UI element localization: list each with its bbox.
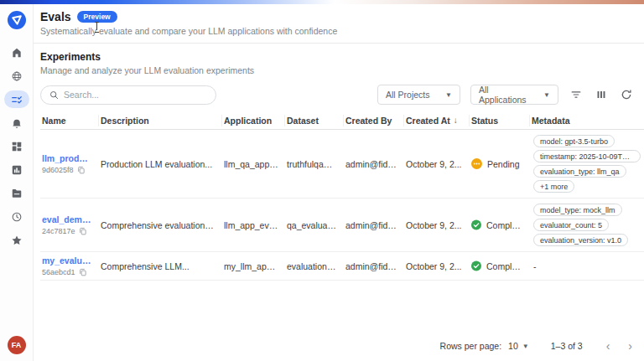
pending-status-icon xyxy=(471,158,482,169)
cell-name: eval_demo:2...24c7817e xyxy=(40,211,99,239)
table-row: llm_producti...9d6025f8Production LLM ev… xyxy=(40,130,644,199)
sidebar-item-bell[interactable] xyxy=(4,114,29,132)
copy-id-button[interactable] xyxy=(79,268,87,276)
cell-metadata: model: gpt-3.5-turbotimestamp: 2025-10-0… xyxy=(530,130,644,198)
column-header-dataset[interactable]: Dataset xyxy=(285,115,344,126)
cell-created-at: October 9, 2... xyxy=(404,258,470,275)
main-area: Evals Preview Systematically evaluate an… xyxy=(34,4,644,361)
experiment-name-link[interactable]: llm_producti... xyxy=(42,153,92,163)
folder-icon xyxy=(11,188,23,199)
applications-filter-select[interactable]: All Applications ▼ xyxy=(470,85,558,105)
metadata-chip: evaluation_type: llm_qa xyxy=(533,165,626,178)
bell-icon xyxy=(11,117,23,129)
chart-icon xyxy=(11,164,23,176)
table-header-row: NameDescriptionApplicationDatasetCreated… xyxy=(40,111,644,130)
table-row: eval_demo:2...24c7817eComprehensive eval… xyxy=(40,199,644,252)
sidebar-item-star[interactable] xyxy=(4,231,29,249)
search-input[interactable] xyxy=(64,90,207,100)
cell-created-by: admin@fiddl... xyxy=(344,156,404,173)
cell-description: Comprehensive evaluation o... xyxy=(99,217,222,234)
cell-metadata: model_type: mock_llmevaluator_count: 5ev… xyxy=(530,199,644,251)
experiment-id: 24c7817e xyxy=(42,227,75,235)
sidebar-nav xyxy=(4,44,29,249)
cell-application: my_llm_app_01 xyxy=(222,258,285,275)
user-avatar[interactable]: FA xyxy=(8,336,26,354)
cell-application: llm_app_eval... xyxy=(222,217,285,234)
cell-dataset: truthfulqa_e... xyxy=(285,156,344,173)
applications-filter-value: All Applications xyxy=(479,85,532,105)
experiment-id: 56aebcd1 xyxy=(42,268,75,276)
sidebar-item-evals[interactable] xyxy=(4,90,29,108)
columns-icon xyxy=(595,89,607,101)
cell-status: Complet... xyxy=(470,257,530,275)
experiment-name-link[interactable]: my_evaluati... xyxy=(42,255,92,266)
search-box[interactable] xyxy=(40,85,216,105)
cell-dataset: qa_evaluatio... xyxy=(285,217,344,234)
section-subtitle: Manage and analyze your LLM evaluation e… xyxy=(40,65,644,75)
column-header-created-at[interactable]: Created At↓ xyxy=(404,115,470,126)
sidebar-item-home[interactable] xyxy=(4,44,29,61)
projects-filter-select[interactable]: All Projects ▼ xyxy=(377,85,460,105)
metadata-chip: timestamp: 2025-10-09T00:3... xyxy=(533,150,641,162)
previous-page-button[interactable]: ‹ xyxy=(606,340,610,352)
table-row: my_evaluati...56aebcd1Comprehensive LLM.… xyxy=(40,252,644,281)
fiddler-logo[interactable] xyxy=(7,10,27,30)
cell-status: Complet... xyxy=(470,216,530,234)
sidebar-item-folder[interactable] xyxy=(4,184,29,202)
copy-id-button[interactable] xyxy=(79,227,87,235)
copy-icon xyxy=(79,268,87,276)
refresh-icon xyxy=(621,89,632,101)
chevron-down-icon: ▼ xyxy=(522,343,529,350)
experiment-id: 9d6025f8 xyxy=(42,166,74,174)
completed-status-icon xyxy=(471,260,481,271)
rows-per-page-value: 10 xyxy=(508,341,518,351)
cell-created-at: October 9, 2... xyxy=(404,156,470,173)
chevron-down-icon: ▼ xyxy=(445,91,452,99)
dashboard-icon xyxy=(11,141,23,152)
globe-icon xyxy=(11,70,23,82)
status-label: Complet... xyxy=(486,220,523,230)
experiments-section: Experiments Manage and analyze your LLM … xyxy=(34,44,644,361)
copy-icon xyxy=(77,166,86,174)
toolbar: All Projects ▼ All Applications ▼ xyxy=(40,85,644,105)
history-icon xyxy=(11,211,23,223)
columns-button[interactable] xyxy=(594,87,609,102)
metadata-chip: model: gpt-3.5-turbo xyxy=(533,135,615,147)
metadata-chip: model_type: mock_llm xyxy=(533,204,622,216)
experiment-name-link[interactable]: eval_demo:2... xyxy=(42,214,92,224)
column-header-name[interactable]: Name xyxy=(40,115,99,126)
sort-desc-icon: ↓ xyxy=(454,116,458,125)
pagination-bar: Rows per page: 10 ▼ 1–3 of 3 ‹ › xyxy=(34,331,644,361)
filter-icon xyxy=(570,89,582,101)
preview-badge: Preview xyxy=(77,11,117,23)
sidebar-item-globe[interactable] xyxy=(4,67,29,85)
page-subtitle: Systematically evaluate and compare your… xyxy=(40,26,631,36)
metadata-empty: - xyxy=(533,261,537,271)
evals-icon xyxy=(11,94,23,106)
status-label: Pending xyxy=(487,159,520,169)
projects-filter-value: All Projects xyxy=(386,90,430,100)
filter-button[interactable] xyxy=(569,87,584,102)
star-icon xyxy=(11,235,23,246)
cell-application: llm_qa_appli... xyxy=(222,156,285,173)
metadata-chip: evaluator_count: 5 xyxy=(533,219,609,231)
column-header-application[interactable]: Application xyxy=(222,115,285,126)
cell-created-by: admin@fiddl... xyxy=(344,258,404,275)
cell-created-at: October 9, 2... xyxy=(404,217,470,234)
column-header-created-by[interactable]: Created By xyxy=(344,115,404,126)
sidebar-item-chart[interactable] xyxy=(4,161,29,178)
rows-per-page-select[interactable]: 10 ▼ xyxy=(508,341,529,351)
experiments-table: NameDescriptionApplicationDatasetCreated… xyxy=(40,111,644,281)
cell-created-by: admin@fiddl... xyxy=(344,217,404,234)
sidebar-item-dashboard[interactable] xyxy=(4,137,29,155)
column-header-status[interactable]: Status xyxy=(470,115,530,126)
next-page-button[interactable]: › xyxy=(628,340,632,352)
copy-id-button[interactable] xyxy=(77,166,86,174)
metadata-more-chip[interactable]: +1 more xyxy=(533,180,574,193)
sidebar-item-history[interactable] xyxy=(4,208,29,225)
cell-name: llm_producti...9d6025f8 xyxy=(40,150,99,178)
column-header-description[interactable]: Description xyxy=(99,115,222,126)
cell-metadata: - xyxy=(530,256,644,276)
refresh-button[interactable] xyxy=(619,87,634,102)
column-header-metadata[interactable]: Metadata xyxy=(530,115,644,126)
